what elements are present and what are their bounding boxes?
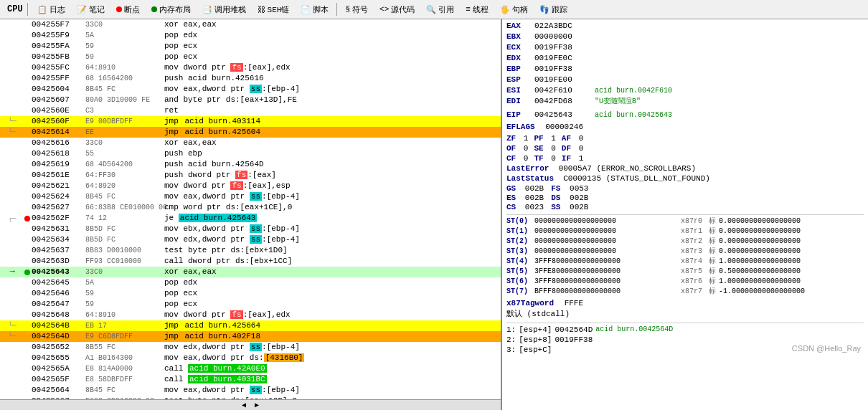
stack-row: 1: [esp+4] 0042564D acid burn.0042564D (506, 325, 864, 335)
table-row[interactable]: 004255FB59pop ecx (0, 52, 501, 62)
seg-cs: CS 0023 (506, 203, 544, 211)
breakpoint-indicator (23, 87, 32, 92)
table-row[interactable]: 0042564864:8910mov dword ptr fs:[eax],ed… (0, 310, 501, 320)
bytes: 59 (85, 41, 164, 52)
table-row[interactable]: 0042561968 4D564200push acid burn.42564D (0, 159, 501, 170)
toolbar-trace[interactable]: 👣 跟踪 (534, 2, 572, 17)
bytes: 68 4D564200 (85, 159, 164, 170)
table-row[interactable]: 004256378B83 D0010000test byte ptr ds:[e… (0, 245, 501, 256)
table-row[interactable]: 004255F733C0xor eax,eax (0, 19, 501, 30)
reg-value[interactable]: 0019FF38 (534, 64, 592, 75)
address: 00425647 (32, 299, 85, 310)
reg-value[interactable]: 0042F610 (534, 85, 592, 96)
table-row[interactable]: 0042560EC3ret (0, 105, 501, 116)
toolbar-refs[interactable]: 🔍 引用 (421, 2, 459, 17)
reg-value[interactable]: 022A3BDC (534, 21, 592, 32)
fpu-row: ST(7) BFFF8000000000000000 x87r7 标 -1.00… (506, 287, 864, 297)
table-row[interactable]: └─0042564DE9 C6D8FDFFjmp acid burn.402F1… (0, 331, 501, 342)
table-row[interactable]: 004256348B5D FCmov edx,dword ptr ss:[ebp… (0, 234, 501, 245)
table-row[interactable]: 0042561633C0xor eax,eax (0, 138, 501, 148)
table-row[interactable]: 004255FA59pop ecx (0, 41, 501, 52)
flag-pf[interactable]: PF 1 (534, 134, 555, 143)
table-row[interactable]: 0042562164:8920mov dword ptr fs:[eax],es… (0, 181, 501, 191)
reg-value[interactable]: 0042FD68 (534, 96, 592, 107)
address: 0042565A (32, 363, 85, 374)
address: 0042564B (32, 320, 85, 331)
reg-value[interactable]: 0019FE00 (534, 75, 592, 85)
flag-se[interactable]: SE 0 (534, 144, 555, 153)
table-row[interactable]: ┌─0042562F74 12je acid burn.425643 (0, 213, 501, 224)
flag-if[interactable]: IF 1 (562, 154, 583, 163)
fpu-float: -1.00000000000000000 (719, 287, 805, 297)
toolbar-callstack[interactable]: 📑 调用堆栈 (197, 2, 251, 17)
flag-tf[interactable]: TF 0 (534, 154, 555, 163)
instruction: jmp acid burn.425604 (164, 127, 499, 138)
eip-name: EIP (506, 110, 532, 120)
fpu-reg-name: ST(4) (506, 257, 532, 267)
table-row[interactable]: └─0042560FE9 00DBFDFFjmp acid burn.40311… (0, 116, 501, 127)
breakpoint-icon (116, 6, 122, 12)
instruction: pop ecx (164, 299, 499, 310)
toolbar-handles[interactable]: 🖐 句柄 (495, 2, 533, 17)
table-row[interactable]: 0042563DFF93 CC010000call dword ptr ds:[… (0, 256, 501, 267)
fpu-reg-val: 3FFE8000000000000000 (534, 267, 678, 277)
bytes: EE (85, 127, 164, 138)
table-row[interactable]: 0042565AE8 814A0000call acid burn.42A0E0 (0, 363, 501, 374)
table-row[interactable]: 00425655A1 B0164300mov eax,dword ptr ds:… (0, 353, 501, 363)
table-row[interactable]: 004256048B45 FCmov eax,dword ptr ss:[ebp… (0, 84, 501, 95)
scroll-right-btn[interactable]: ▶ (252, 401, 262, 409)
table-row[interactable]: 0042564759pop ecx (0, 299, 501, 310)
toolbar-seh[interactable]: ⛓ SEH链 (253, 2, 295, 17)
table-row[interactable]: 004256248B45 FCmov eax,dword ptr ss:[ebp… (0, 191, 501, 202)
flags-row2: OF 0SE 0DF 0 (506, 144, 864, 153)
toolbar-notes[interactable]: 📝 笔记 (72, 2, 110, 17)
scroll-left-btn[interactable]: ◀ (239, 401, 249, 409)
flag-af[interactable]: AF 0 (562, 134, 583, 143)
table-row[interactable]: └─0042564BEB 17jmp acid burn.425664 (0, 320, 501, 331)
table-row[interactable]: →0042564333C0xor eax,eax (0, 267, 501, 277)
table-row[interactable]: 0042561E64:FF30push dword ptr fs:[eax] (0, 170, 501, 181)
table-row[interactable]: 004256648B45 FCmov eax,dword ptr ss:[ebp… (0, 385, 501, 396)
reg-value[interactable]: 00000000 (534, 32, 592, 42)
toolbar-symbols[interactable]: § 符号 (340, 2, 373, 17)
toolbar-threads[interactable]: ≡ 线程 (461, 2, 494, 17)
table-row[interactable]: └─00425614EEjmp acid burn.425604 (0, 127, 501, 138)
reg-value[interactable]: 0019FE0C (534, 53, 592, 64)
table-row[interactable]: 004255FF68 16564200push acid burn.425616 (0, 73, 501, 84)
table-row[interactable]: 0042565FE8 58DBFDFFcall acid burn.4031BC (0, 374, 501, 385)
address: 00425604 (32, 84, 85, 95)
flag-of[interactable]: OF 0 (506, 144, 528, 153)
table-row[interactable]: 004256528B55 FCmov edx,dword ptr ss:[ebp… (0, 342, 501, 353)
table-row[interactable]: 0042560780A0 3D10000 FEand byte ptr ds:[… (0, 95, 501, 105)
address: 00425619 (32, 159, 85, 170)
breakpoint-indicator (23, 22, 32, 28)
stack-esp: [esp+8] (519, 335, 552, 345)
toolbar-log[interactable]: 📋 日志 (32, 2, 70, 17)
table-row[interactable]: 0042562766:83B8 CE010000 00cmp word ptr … (0, 202, 501, 213)
table-row[interactable]: 004255F95Apop edx (0, 30, 501, 41)
reg-name: ESP (506, 75, 532, 85)
toolbar-breakpoints[interactable]: 断点 (111, 2, 145, 17)
table-row[interactable]: 004256455Apop edx (0, 277, 501, 288)
fpu-section: ST(0) 0000000000000000000 x87r0 标 0.0000… (506, 214, 864, 297)
breakpoint-indicator (23, 280, 32, 286)
disasm-table[interactable]: 004255F733C0xor eax,eax004255F95Apop edx… (0, 19, 501, 399)
table-row[interactable]: 004255FC64:8910mov dword ptr fs:[eax],ed… (0, 62, 501, 73)
table-row[interactable]: 0042564659pop ecx (0, 288, 501, 299)
instruction: push acid burn.425616 (164, 73, 499, 84)
breakpoint-indicator (23, 216, 32, 221)
table-row[interactable]: 004256318B5D FCmov ebx,dword ptr ss:[ebp… (0, 224, 501, 234)
register-row: EAX 022A3BDC (506, 21, 864, 32)
fpu-tag: x87r3 (681, 247, 706, 257)
toolbar-source[interactable]: <> 源代码 (374, 2, 420, 17)
toolbar-memlayout[interactable]: 内存布局 (146, 2, 196, 17)
flag-cf[interactable]: CF 0 (506, 154, 528, 163)
eflags-value[interactable]: 00000246 (545, 122, 603, 133)
table-row[interactable]: 0042561855push ebp (0, 148, 501, 159)
address: 00425664 (32, 385, 85, 396)
toolbar-script[interactable]: 📄 脚本 (296, 2, 334, 17)
flag-df[interactable]: DF 0 (562, 144, 583, 153)
eip-value[interactable]: 00425643 (534, 110, 592, 120)
flag-zf[interactable]: ZF 1 (506, 134, 528, 143)
reg-value[interactable]: 0019FF38 (534, 42, 592, 53)
